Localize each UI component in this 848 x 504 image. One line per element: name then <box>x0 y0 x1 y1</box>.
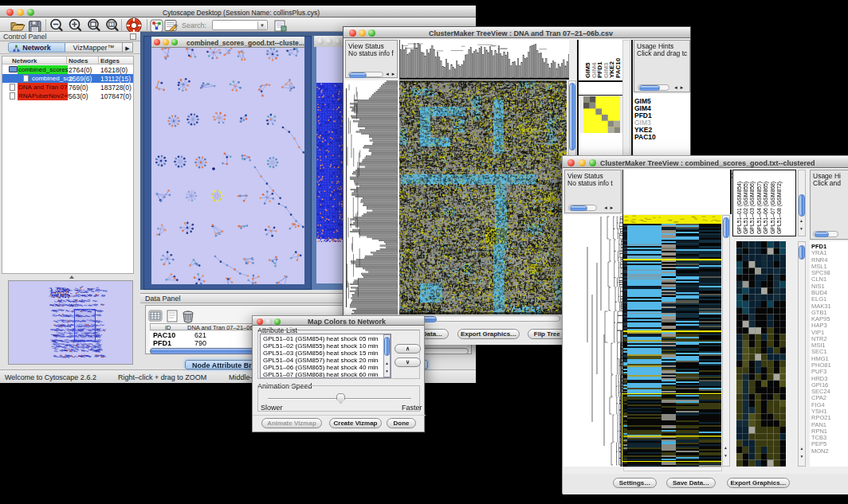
svg-text:1: 1 <box>110 22 112 27</box>
